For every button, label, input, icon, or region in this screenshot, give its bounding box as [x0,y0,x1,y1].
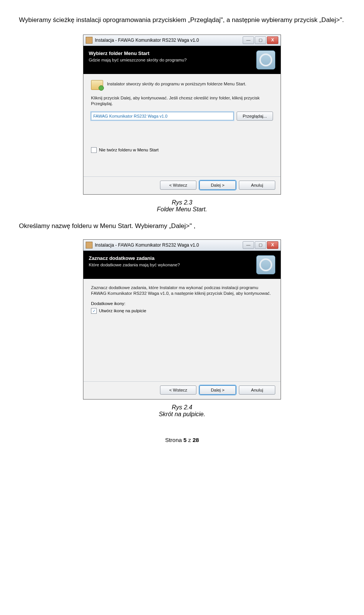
instruction-text: Zaznacz dodatkowe zadania, które Instala… [91,285,273,297]
page-footer: Strona 5 z 28 [19,437,345,443]
installer-window-1: Instalacja - FAWAG Komunikator RS232 Wag… [83,35,281,195]
desktop-icon-checkbox[interactable]: ✓ [91,308,97,314]
intro-paragraph: Wybieramy ścieżkę instalacji oprogramowa… [19,15,345,25]
page-number: 5 [184,437,187,443]
caption-1-text: Folder Menu Start. [157,206,207,212]
window-buttons: — ▢ X [243,36,278,44]
disk-icon [256,50,275,69]
instruction-text: Kliknij przycisk Dalej, aby kontynuować.… [91,95,273,107]
desktop-icon-label: Utwórz ikonę na pulpicie [99,308,146,313]
cancel-button[interactable]: Anuluj [239,385,275,395]
step-subtitle: Które dodatkowe zadania mają być wykonan… [89,263,180,267]
wizard-body: Instalator stworzy skróty do programu w … [83,74,281,176]
back-button[interactable]: < Wstecz [160,385,196,395]
dont-create-checkbox[interactable] [91,147,97,153]
footer-mid: z [187,437,193,443]
start-menu-folder-icon [91,80,103,90]
minimize-button[interactable]: — [243,241,254,249]
step-title: Wybierz folder Menu Start [89,50,187,56]
wizard-buttons: < Wstecz Dalej > Anuluj [83,381,281,399]
caption-2-text: Skrót na pulpicie. [159,411,206,417]
installer-icon [86,242,93,249]
wizard-body: Zaznacz dodatkowe zadania, które Instala… [83,279,281,381]
wizard-header: Wybierz folder Menu Start Gdzie mają być… [83,46,281,74]
screenshot-1-wrap: Instalacja - FAWAG Komunikator RS232 Wag… [19,35,345,195]
close-button[interactable]: X [267,241,278,249]
maximize-button[interactable]: ▢ [255,36,266,44]
browse-button[interactable]: Przeglądaj... [237,112,273,121]
additional-icons-label: Dodatkowe ikony: [91,301,273,306]
footer-pre: Strona [165,437,183,443]
caption-2: Rys 2.4 Skrót na pulpicie. [19,404,345,418]
dont-create-label: Nie twórz folderu w Menu Start [99,148,158,152]
close-button[interactable]: X [267,36,278,44]
info-text: Instalator stworzy skróty do programu w … [107,80,246,86]
mid-paragraph: Określamy nazwę folderu w Menu Start. Wy… [19,222,345,230]
wizard-buttons: < Wstecz Dalej > Anuluj [83,176,281,194]
next-button[interactable]: Dalej > [199,385,236,395]
wizard-header: Zaznacz dodatkowe zadania Które dodatkow… [83,251,281,279]
disk-icon [256,255,275,274]
window-title: Instalacja - FAWAG Komunikator RS232 Wag… [95,38,243,43]
step-subtitle: Gdzie mają być umieszczone skróty do pro… [89,58,187,62]
page-total: 28 [193,437,199,443]
back-button[interactable]: < Wstecz [160,181,196,190]
installer-window-2: Instalacja - FAWAG Komunikator RS232 Wag… [83,239,281,400]
screenshot-2-wrap: Instalacja - FAWAG Komunikator RS232 Wag… [19,239,345,400]
window-buttons: — ▢ X [243,241,278,249]
maximize-button[interactable]: ▢ [255,241,266,249]
next-button[interactable]: Dalej > [199,181,236,190]
minimize-button[interactable]: — [243,36,254,44]
titlebar: Instalacja - FAWAG Komunikator RS232 Wag… [83,35,281,46]
folder-name-input[interactable]: FAWAG Komunikator RS232 Waga v1.0 [91,112,234,120]
step-title: Zaznacz dodatkowe zadania [89,255,180,261]
installer-icon [86,37,93,44]
caption-1-num: Rys 2.3 [172,199,192,206]
titlebar: Instalacja - FAWAG Komunikator RS232 Wag… [83,240,281,251]
caption-2-num: Rys 2.4 [172,404,192,411]
caption-1: Rys 2.3 Folder Menu Start. [19,199,345,213]
cancel-button[interactable]: Anuluj [239,181,275,190]
window-title: Instalacja - FAWAG Komunikator RS232 Wag… [95,242,243,248]
